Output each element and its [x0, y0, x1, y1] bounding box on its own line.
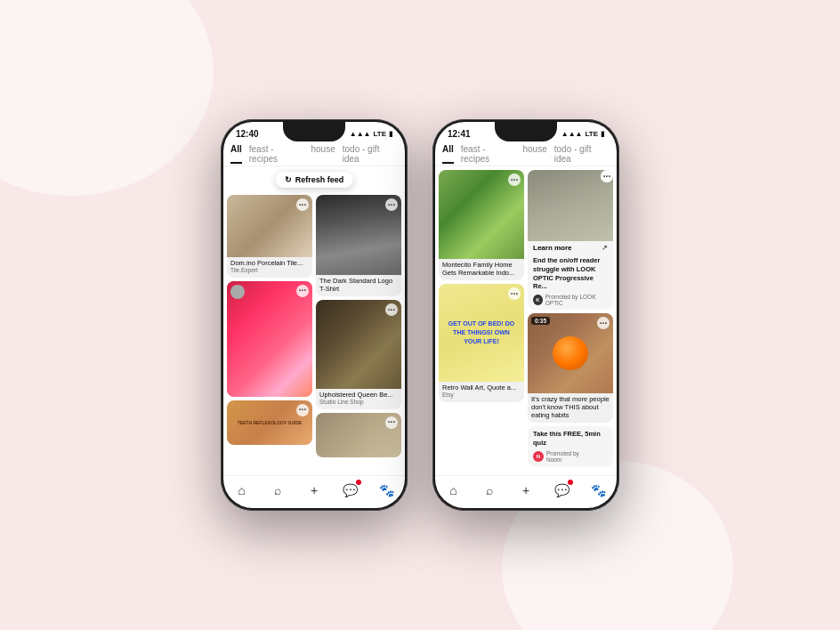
- time-2: 12:41: [448, 129, 471, 139]
- battery-icon-2: ▮: [601, 130, 604, 138]
- video-time-badge: 0:35: [531, 317, 550, 325]
- bottom-nav-2: ⌂ ⌕ + 💬 🐾: [435, 475, 617, 508]
- time-1: 12:40: [236, 129, 259, 139]
- pin-garden-label: Montecito Family Home Gets Remarkable In…: [442, 261, 514, 277]
- pin-shirt[interactable]: The Dark Standard Logo T-Shirt ···: [316, 195, 401, 296]
- tab-house-1[interactable]: house: [311, 144, 335, 164]
- status-icons-1: ▲▲▲ LTE ▮: [350, 130, 392, 138]
- noom-logo: N: [533, 451, 544, 462]
- poster-text: GET OUT OF BED! DO THE THINGS! OWN YOUR …: [444, 319, 519, 345]
- pin-poster[interactable]: GET OUT OF BED! DO THE THINGS! OWN YOUR …: [439, 284, 524, 402]
- noom-title: Take this FREE, 5min quiz: [533, 430, 608, 448]
- pin-fabric-label: Upholstered Queen Be...: [319, 391, 393, 399]
- nav-add-2[interactable]: +: [517, 481, 535, 499]
- chat-dot-1: [356, 480, 361, 485]
- phones-container: 12:40 ▲▲▲ LTE ▮ All feast - recipes hous…: [221, 119, 619, 511]
- pin-orange-label: It's crazy that more people don't know T…: [531, 395, 610, 419]
- tab-feast-1[interactable]: feast - recipes: [249, 144, 304, 164]
- pin-poster-label: Retro Wall Art, Quote a...: [442, 384, 516, 392]
- tab-house-2[interactable]: house: [522, 144, 546, 164]
- tabs-2: All feast - recipes house todo - gift id…: [435, 141, 617, 166]
- pin-bathroom-label: Dom.ino Porcelain Tile...: [230, 259, 303, 267]
- reflexology-text: TEETH REFLEXOLOGY GUIDE: [236, 418, 304, 427]
- ad-optic-promoted: Promoted by LOOK OPTIC: [545, 294, 608, 306]
- battery-icon-1: ▮: [389, 130, 392, 138]
- pin-garden-more[interactable]: ···: [508, 174, 521, 186]
- masonry-2: Montecito Family Home Gets Remarkable In…: [439, 170, 613, 466]
- nav-home-1[interactable]: ⌂: [232, 481, 250, 499]
- tab-todo-2[interactable]: todo - gift idea: [554, 144, 610, 164]
- pin-nails[interactable]: ···: [227, 281, 312, 397]
- bottom-nav-1: ⌂ ⌕ + 💬 🐾: [223, 475, 405, 508]
- pin-shirt-label: The Dark Standard Logo T-Shirt: [319, 277, 392, 293]
- col-right-1: The Dark Standard Logo T-Shirt ··· Uphol…: [316, 195, 401, 457]
- pin-bathroom[interactable]: Dom.ino Porcelain Tile... Tile.Expert ··…: [227, 195, 312, 278]
- pin-fabric-sub: Studio Line Shop: [319, 399, 398, 406]
- noom-brand: Noom: [546, 456, 579, 463]
- ad-learn-more[interactable]: Learn more: [533, 244, 572, 252]
- phone-2: 12:41 ▲▲▲ LTE ▮ All feast - recipes hous…: [432, 119, 619, 511]
- pin-shelf[interactable]: ···: [316, 413, 401, 457]
- pin-bathroom-sub: Tile.Expert: [230, 267, 309, 274]
- pin-orange-more[interactable]: ···: [597, 317, 610, 329]
- nav-chat-2[interactable]: 💬: [553, 481, 571, 499]
- lte-badge-2: LTE: [585, 130, 598, 138]
- pin-poster-more[interactable]: ···: [508, 287, 521, 300]
- refresh-badge[interactable]: ↻ Refresh feed: [276, 172, 353, 188]
- pin-bathroom-more[interactable]: ···: [296, 198, 309, 211]
- phone-1-screen: 12:40 ▲▲▲ LTE ▮ All feast - recipes hous…: [223, 122, 405, 508]
- pin-poster-sub: Etsy: [442, 392, 521, 399]
- signal-icon-1: ▲▲▲: [350, 130, 371, 138]
- ad-optic-logo: K: [533, 295, 543, 305]
- pin-orange[interactable]: 0:35 It's crazy that more people don't k…: [528, 313, 613, 423]
- tab-feast-2[interactable]: feast - recipes: [461, 144, 516, 164]
- ad-optic-title: End the on/off reader struggle with LOOK…: [533, 256, 608, 291]
- feed-2: Montecito Family Home Gets Remarkable In…: [435, 166, 617, 475]
- ad-noom[interactable]: Take this FREE, 5min quiz N Promoted by …: [528, 426, 613, 466]
- signal-icon-2: ▲▲▲: [561, 130, 583, 138]
- pin-shirt-more[interactable]: ···: [385, 198, 398, 211]
- pin-nails-more[interactable]: ···: [296, 285, 309, 297]
- chat-dot-2: [568, 480, 573, 485]
- nav-profile-2[interactable]: 🐾: [590, 481, 608, 499]
- col-left-2: Montecito Family Home Gets Remarkable In…: [439, 170, 524, 466]
- pin-reflexology[interactable]: TEETH REFLEXOLOGY GUIDE ···: [227, 400, 312, 445]
- noom-logo-text: N: [537, 454, 540, 459]
- notch-1: [283, 122, 345, 141]
- tab-all-2[interactable]: All: [442, 144, 454, 164]
- pin-reflexology-more[interactable]: ···: [296, 404, 309, 416]
- feed-1: ↻ Refresh feed Dom.ino Porcelain Tile...…: [223, 166, 405, 475]
- user-avatar: [230, 285, 245, 299]
- status-icons-2: ▲▲▲ LTE ▮: [561, 130, 604, 138]
- bg-blob-1: [0, 0, 214, 196]
- nav-add-1[interactable]: +: [305, 481, 323, 499]
- nav-profile-1[interactable]: 🐾: [378, 481, 396, 499]
- phone-2-screen: 12:41 ▲▲▲ LTE ▮ All feast - recipes hous…: [435, 122, 617, 508]
- ad-optic-logo-text: K: [536, 297, 539, 303]
- pin-garden[interactable]: Montecito Family Home Gets Remarkable In…: [439, 170, 524, 280]
- ad-link-icon: ↗: [602, 244, 608, 252]
- pin-shelf-more[interactable]: ···: [385, 416, 398, 429]
- tab-all-1[interactable]: All: [230, 144, 242, 164]
- refresh-icon: ↻: [285, 175, 292, 184]
- ad-jacket-img: [528, 170, 613, 241]
- notch-2: [495, 122, 557, 141]
- lte-badge-1: LTE: [373, 130, 386, 138]
- nav-search-1[interactable]: ⌕: [269, 481, 287, 499]
- tab-todo-1[interactable]: todo - gift idea: [343, 144, 398, 164]
- orange-fruit: [553, 336, 588, 370]
- pin-fabric-more[interactable]: ···: [385, 303, 398, 316]
- nav-home-2[interactable]: ⌂: [444, 481, 462, 499]
- ad-look-optic[interactable]: Learn more ↗ End the on/off reader strug…: [528, 170, 613, 310]
- pin-fabric[interactable]: Upholstered Queen Be... Studio Line Shop…: [316, 300, 401, 409]
- noom-promoted-by: Promoted by: [546, 450, 579, 456]
- masonry-1: Dom.ino Porcelain Tile... Tile.Expert ··…: [227, 195, 401, 457]
- tabs-1: All feast - recipes house todo - gift id…: [223, 141, 405, 166]
- nav-search-2[interactable]: ⌕: [481, 481, 498, 499]
- col-left-1: Dom.ino Porcelain Tile... Tile.Expert ··…: [227, 195, 312, 457]
- nav-chat-1[interactable]: 💬: [342, 481, 359, 499]
- phone-1: 12:40 ▲▲▲ LTE ▮ All feast - recipes hous…: [221, 119, 408, 511]
- refresh-label: Refresh feed: [295, 175, 344, 184]
- col-right-2: Learn more ↗ End the on/off reader strug…: [528, 170, 613, 466]
